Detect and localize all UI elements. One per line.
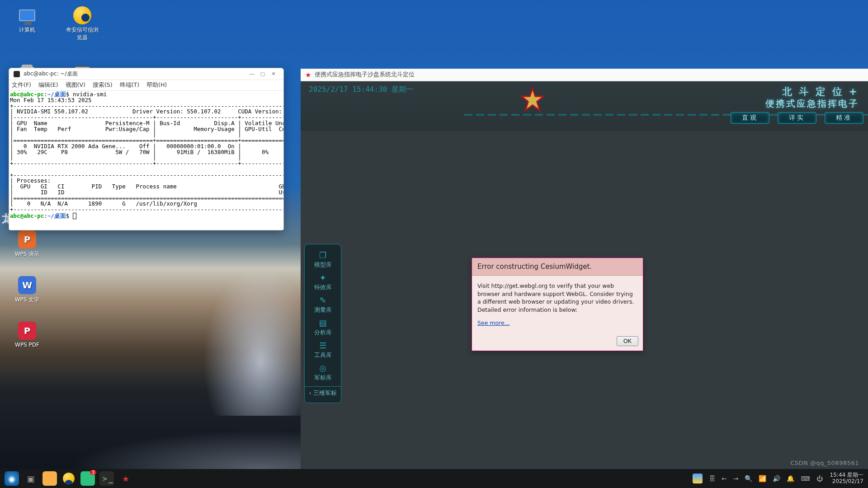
- icon-label: 计算机: [19, 26, 35, 34]
- qax-icon: [63, 473, 75, 484]
- star-icon: ★: [305, 71, 311, 79]
- app-window: ★ 便携式应急指挥电子沙盘系统北斗定位 2025/2/17 15:44:30 星…: [301, 69, 868, 469]
- desktop-icon-wps-pdf[interactable]: P WPS PDF: [11, 322, 43, 348]
- menu-file[interactable]: 文件(F): [12, 81, 31, 89]
- clock-date: 2025/02/17: [830, 479, 863, 485]
- see-more-link[interactable]: See more...: [477, 319, 510, 326]
- tool-model-library[interactable]: ❒模型库: [305, 248, 341, 271]
- taskbar-clock[interactable]: 15:44 星期一 2025/02/17: [830, 472, 863, 485]
- taskbar-app-files[interactable]: [42, 471, 57, 486]
- start-button[interactable]: ◉: [5, 471, 19, 486]
- maximize-button[interactable]: ▢: [257, 70, 268, 79]
- taskbar-app-sandtable[interactable]: ★: [118, 471, 133, 486]
- tray-forward-icon[interactable]: →: [733, 475, 739, 482]
- header-timestamp: 2025/2/17 15:44:30 星期一: [309, 85, 413, 94]
- tray-power-icon[interactable]: ⏻: [816, 475, 823, 482]
- tab-overview[interactable]: 直观: [731, 112, 769, 124]
- tray-notification-icon[interactable]: 🔔: [787, 475, 794, 482]
- tool-label: 工具库: [314, 351, 332, 359]
- tab-accurate[interactable]: 精准: [825, 112, 863, 124]
- tray-volume-icon[interactable]: 🔊: [773, 475, 780, 482]
- emblem-icon: [519, 87, 546, 113]
- taskbar-app-chat[interactable]: 3: [80, 471, 95, 486]
- tray-weather-icon[interactable]: [693, 474, 703, 483]
- desktop-icon-wps-writer[interactable]: W WPS 文字: [11, 276, 43, 304]
- wps-w-icon: W: [18, 276, 36, 294]
- app-main: ❒模型库 ✦特效库 ✎测量库 ▤分析库 ☰工具库 ◎军标库 ‹三维军标 Erro…: [301, 131, 868, 469]
- banner-title-2: 便携式应急指挥电子: [765, 98, 859, 110]
- briefcase-icon: ☰: [319, 341, 326, 350]
- menu-edit[interactable]: 编辑(E): [38, 81, 58, 89]
- icon-label: WPS 演示: [15, 250, 40, 258]
- tool-label: 三维军标: [313, 389, 337, 397]
- taskbar-app-terminal[interactable]: ＞_: [99, 471, 114, 486]
- icon-label: 奇安信可信浏览器: [66, 26, 99, 42]
- terminal-body[interactable]: abc@abc-pc:~/桌面$ nvidia-smi Mon Feb 17 1…: [9, 91, 283, 230]
- target-icon: ◎: [319, 363, 326, 373]
- terminal-app-icon: [14, 71, 20, 77]
- ruler-icon: ✎: [319, 296, 326, 305]
- tool-label: 模型库: [314, 261, 332, 269]
- sparkle-icon: ✦: [319, 273, 326, 282]
- menu-view[interactable]: 视图(V): [66, 81, 85, 89]
- system-tray: 🗄 ← → 🔍 📶 🔊 🔔 ⌨ ⏻: [693, 474, 823, 483]
- svg-marker-0: [522, 89, 543, 110]
- tool-effect-library[interactable]: ✦特效库: [305, 271, 341, 293]
- chevron-left-icon: ‹: [309, 389, 311, 396]
- tool-3d-military[interactable]: ‹三维军标: [305, 386, 341, 399]
- taskbar-app-qax[interactable]: [61, 471, 76, 486]
- wps-p-icon: P: [18, 230, 36, 249]
- menu-help[interactable]: 帮助(H): [146, 81, 167, 89]
- tray-input-icon[interactable]: ⌨: [801, 475, 810, 482]
- tray-search-icon[interactable]: 🔍: [745, 475, 752, 482]
- qax-icon: [73, 6, 91, 24]
- terminal-title: abc@abc-pc: ~/桌面: [24, 70, 78, 78]
- minimize-button[interactable]: ―: [246, 70, 257, 79]
- tool-toolbox-library[interactable]: ☰工具库: [305, 338, 341, 361]
- terminal-titlebar[interactable]: abc@abc-pc: ~/桌面 ― ▢ ✕: [9, 68, 283, 80]
- tool-measure-library[interactable]: ✎测量库: [305, 293, 341, 316]
- header-tabs: 直观 详实 精准: [731, 112, 868, 124]
- badge-count: 3: [90, 470, 96, 475]
- clock-time: 15:44 星期一: [830, 472, 863, 479]
- desktop-icon-wps-presentation[interactable]: P WPS 演示: [11, 230, 43, 258]
- menu-terminal[interactable]: 终端(T): [120, 81, 139, 89]
- tool-label: 特效库: [314, 283, 332, 291]
- error-dialog: Error constructing CesiumWidget. Visit h…: [472, 258, 643, 351]
- app-title: 便携式应急指挥电子沙盘系统北斗定位: [315, 71, 415, 79]
- ok-button[interactable]: OK: [617, 336, 638, 346]
- error-dialog-title: Error constructing CesiumWidget.: [472, 258, 643, 276]
- tab-detail[interactable]: 详实: [778, 112, 816, 124]
- cube-icon: ❒: [319, 250, 326, 260]
- taskbar: ◉ ▣ 3 ＞_ ★ 🗄 ← → 🔍 📶 🔊 🔔 ⌨ ⏻ 15:44 星期一 2…: [0, 469, 868, 488]
- desktop-icon-computer[interactable]: 计算机: [11, 6, 43, 42]
- tool-label: 军标库: [314, 374, 332, 382]
- monitor-icon: [19, 9, 35, 21]
- tool-panel: ❒模型库 ✦特效库 ✎测量库 ▤分析库 ☰工具库 ◎军标库 ‹三维军标: [304, 244, 341, 403]
- tray-back-icon[interactable]: ←: [722, 475, 727, 482]
- icon-label: WPS PDF: [15, 342, 39, 348]
- cursor: [73, 213, 76, 219]
- prompt-path-2: ~/桌面: [47, 212, 66, 219]
- tool-analyze-library[interactable]: ▤分析库: [305, 316, 341, 338]
- tray-disk-icon[interactable]: 🗄: [709, 475, 715, 482]
- task-view-button[interactable]: ▣: [24, 471, 38, 486]
- tool-military-library[interactable]: ◎军标库: [305, 361, 341, 384]
- error-dialog-body: Visit http://get.webgl.org to verify tha…: [472, 276, 643, 333]
- tray-wifi-icon[interactable]: 📶: [759, 475, 766, 482]
- watermark: CSDN @qq_50898561: [790, 460, 859, 466]
- icon-label: WPS 文字: [15, 296, 40, 304]
- app-header: 2025/2/17 15:44:30 星期一 北 斗 定 位 + 便携式应急指挥…: [301, 81, 868, 131]
- close-button[interactable]: ✕: [268, 70, 279, 79]
- desktop-icon-qax-browser[interactable]: 奇安信可信浏览器: [66, 6, 99, 42]
- error-message: Visit http://get.webgl.org to verify tha…: [477, 282, 637, 314]
- menu-search[interactable]: 搜索(S): [93, 81, 113, 89]
- chart-icon: ▤: [319, 318, 326, 328]
- terminal-output: Mon Feb 17 15:43:53 2025 +--------------…: [10, 97, 283, 213]
- wps-pdf-icon: P: [18, 322, 36, 340]
- tool-label: 测量库: [314, 306, 332, 314]
- app-titlebar[interactable]: ★ 便携式应急指挥电子沙盘系统北斗定位: [301, 69, 868, 81]
- terminal-window[interactable]: abc@abc-pc: ~/桌面 ― ▢ ✕ 文件(F) 编辑(E) 视图(V)…: [9, 68, 284, 230]
- prompt-user-2: abc@abc-pc: [10, 212, 44, 219]
- terminal-menubar: 文件(F) 编辑(E) 视图(V) 搜索(S) 终端(T) 帮助(H): [9, 80, 283, 91]
